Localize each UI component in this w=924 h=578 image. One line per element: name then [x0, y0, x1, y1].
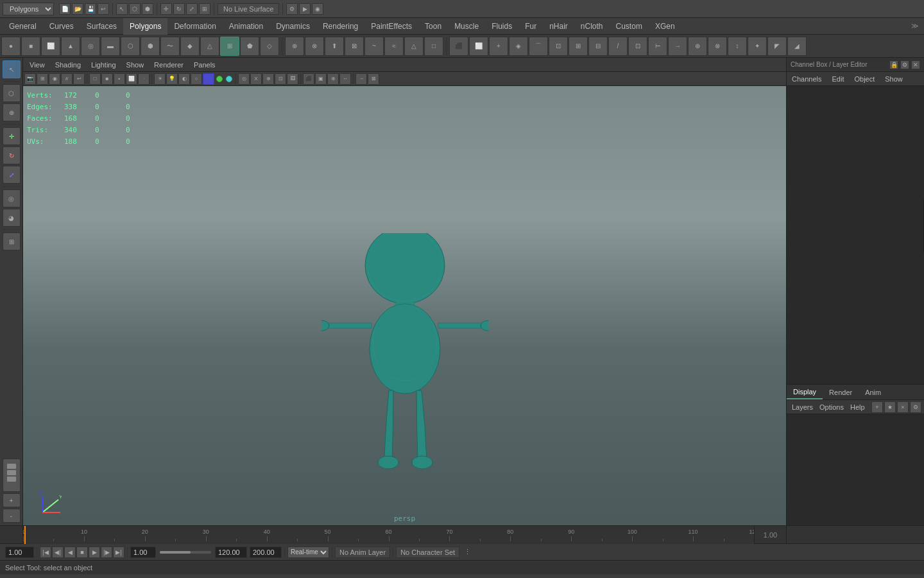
shelf-average[interactable]: ≈	[384, 37, 404, 56]
no-live-surface-btn[interactable]: No Live Surface	[218, 3, 279, 15]
pb-go-end[interactable]: ▶|	[113, 547, 124, 558]
vt-image-plane[interactable]: 🖼	[287, 73, 298, 85]
move-icon[interactable]: ✛	[160, 3, 172, 15]
vt-render-icon[interactable]: ◉	[49, 73, 60, 85]
shelf-disk[interactable]: ⬡	[121, 37, 140, 56]
pb-go-start[interactable]: |◀	[40, 547, 51, 558]
pb-play-back[interactable]: ◀	[64, 547, 76, 558]
cb-tab-channels[interactable]: Channels	[787, 73, 826, 85]
vt-2d-pan[interactable]: ↔	[339, 73, 351, 85]
tab-custom[interactable]: Custom	[610, 18, 649, 35]
playback-speed-dropdown[interactable]: Real-time	[287, 547, 329, 558]
new-scene-icon[interactable]: 📄	[59, 3, 71, 15]
le-options-icon[interactable]: ⚙	[910, 401, 921, 413]
rotate-icon[interactable]: ↻	[173, 3, 185, 15]
vt-ambient[interactable]: ○	[191, 73, 202, 85]
shelf-wedge[interactable]: ⌒	[529, 37, 548, 56]
cb-settings-icon[interactable]: ⚙	[900, 60, 909, 69]
shelf-target-weld[interactable]: ⊕	[688, 37, 707, 56]
scale-tool-btn[interactable]: ⤢	[3, 166, 21, 184]
view-menu[interactable]: View	[26, 60, 49, 70]
tab-deformation[interactable]: Deformation	[167, 18, 222, 35]
le-tab-render[interactable]: Render	[823, 386, 859, 399]
vt-wireframe-icon[interactable]: □	[89, 73, 101, 85]
pb-play-fwd[interactable]: ▶	[89, 547, 100, 558]
shelf-offset-edge[interactable]: ⊢	[648, 37, 667, 56]
render-settings-icon[interactable]: ⚙	[286, 3, 298, 15]
tab-nhair[interactable]: nHair	[543, 18, 574, 35]
shelf-connect[interactable]: ⊞	[569, 37, 588, 56]
shelf-quadrangulate[interactable]: □	[424, 37, 443, 56]
save-scene-icon[interactable]: 💾	[85, 3, 96, 15]
shelf-fill[interactable]: ◈	[509, 37, 528, 56]
renderer-menu[interactable]: Renderer	[150, 60, 187, 70]
tab-xgen[interactable]: XGen	[649, 18, 681, 35]
vt-snap-view[interactable]: ⊕	[327, 73, 339, 85]
shelf-split[interactable]: /	[608, 37, 628, 56]
move-tool-btn[interactable]: ✛	[3, 127, 21, 145]
vt-green-mode[interactable]	[216, 76, 223, 82]
tab-surfaces[interactable]: Surfaces	[80, 18, 123, 35]
vt-isolate[interactable]: ◎	[238, 73, 250, 85]
layer-icons-group[interactable]	[3, 459, 21, 492]
shelf-cone[interactable]: ▲	[61, 37, 80, 56]
shelf-bridge[interactable]: ⬜	[469, 37, 488, 56]
shelf-helix[interactable]: 〜	[160, 37, 180, 56]
shelf-smooth[interactable]: ~	[364, 37, 384, 56]
le-menu-options[interactable]: Options	[817, 402, 846, 412]
select-icon[interactable]: ↖	[116, 3, 128, 15]
ipr-icon[interactable]: ◉	[312, 3, 323, 15]
viewport-scene[interactable]: Verts: 172 0 0 Edges: 338 0 0 Faces: 168…	[23, 86, 786, 525]
shelf-cube[interactable]: ■	[21, 37, 40, 56]
panels-menu[interactable]: Panels	[190, 60, 219, 70]
character-3d[interactable]	[321, 233, 488, 490]
tab-general[interactable]: General	[3, 18, 43, 35]
extra-tool-1[interactable]: +	[3, 493, 21, 507]
frame-range-slider[interactable]	[160, 551, 211, 554]
shelf-plane[interactable]: ▬	[101, 37, 120, 56]
shelf-insert-edge[interactable]: ⊡	[628, 37, 647, 56]
le-tab-display[interactable]: Display	[787, 385, 823, 399]
tab-rendering[interactable]: Rendering	[316, 18, 364, 35]
vt-grid-icon[interactable]: #	[61, 73, 73, 85]
shelf-separate[interactable]: ⊗	[305, 37, 324, 56]
char-set-options-icon[interactable]: ⋮	[462, 547, 472, 557]
vt-bounding-icon[interactable]: ⬜	[126, 73, 137, 85]
tab-muscle[interactable]: Muscle	[448, 18, 485, 35]
tab-fur[interactable]: Fur	[518, 18, 543, 35]
shelf-bevel[interactable]: ◢	[787, 37, 807, 56]
open-scene-icon[interactable]: 📂	[72, 3, 83, 15]
vt-camera-icon[interactable]: 📷	[24, 73, 36, 85]
vt-points-icon[interactable]: ·	[138, 73, 150, 85]
shelf-torus[interactable]: ◎	[81, 37, 100, 56]
paint-select-icon[interactable]: ⬢	[142, 3, 153, 15]
vt-blue-mode[interactable]	[203, 73, 214, 85]
vt-lighting1[interactable]: ☀	[154, 73, 166, 85]
shelf-extract[interactable]: ⬆	[325, 37, 344, 56]
shelf-sphere[interactable]: ●	[1, 37, 21, 56]
extra-tool-2[interactable]: -	[3, 509, 21, 523]
vt-teal-mode[interactable]	[226, 76, 232, 82]
shelf-cylinder[interactable]: ⬜	[41, 37, 60, 56]
vt-lighting2[interactable]: 💡	[166, 73, 178, 85]
cb-lock-icon[interactable]: 🔒	[889, 60, 898, 69]
le-delete-layer-icon[interactable]: ×	[897, 401, 909, 413]
shelf-merge[interactable]: ⊗	[708, 37, 727, 56]
vt-frame-icon[interactable]: ⊞	[37, 73, 48, 85]
shelf-platonicsolid[interactable]: ◇	[260, 37, 279, 56]
vt-show-all[interactable]: ⊕	[262, 73, 274, 85]
tab-polygons[interactable]: Polygons	[123, 18, 167, 35]
le-new-selected-icon[interactable]: ★	[884, 401, 896, 413]
undo-icon[interactable]: ↩	[98, 3, 109, 15]
soft-select-btn[interactable]: ◕	[3, 209, 21, 227]
tab-animation[interactable]: Animation	[223, 18, 270, 35]
vt-xray[interactable]: X	[250, 73, 262, 85]
paint-select-btn[interactable]: ⊕	[3, 103, 21, 121]
le-menu-help[interactable]: Help	[848, 402, 868, 412]
cb-tab-edit[interactable]: Edit	[826, 73, 849, 85]
tab-fluids[interactable]: Fluids	[485, 18, 518, 35]
range-start-field[interactable]	[130, 547, 156, 558]
shelf-active[interactable]: ⊞	[220, 37, 239, 56]
pb-stop[interactable]: ■	[76, 547, 88, 558]
show-manipulator-btn[interactable]: ⊞	[3, 232, 21, 250]
